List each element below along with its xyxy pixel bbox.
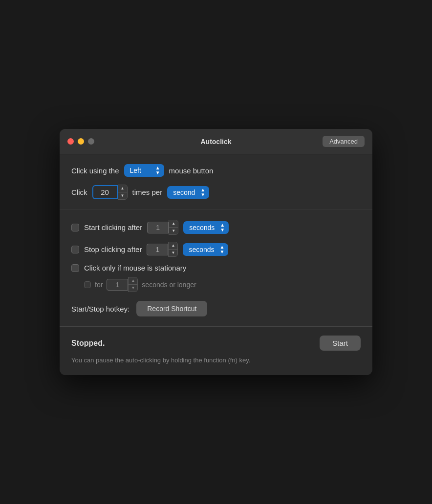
close-button[interactable]	[67, 138, 74, 145]
bottom-section: Stopped. Start You can pause the auto-cl…	[60, 326, 372, 375]
click-rate-row: Click ▲ ▼ times per second minute ▲▼	[71, 185, 361, 200]
stop-delay-stepper: ▲ ▼	[168, 242, 178, 257]
mouse-button-select[interactable]: Left Right Middle	[124, 164, 164, 177]
stop-clicking-row: Stop clicking after ▲ ▼ seconds minutes …	[71, 242, 361, 257]
stop-unit-container: seconds minutes ▲▼	[183, 243, 228, 256]
times-per-label: times per	[132, 188, 163, 196]
main-window: Autoclick Advanced Click using the Left …	[60, 129, 372, 375]
stop-delay-group: ▲ ▼	[147, 242, 178, 257]
click-label: Click	[71, 188, 87, 196]
for-label: for	[95, 281, 103, 289]
click-using-label: Click using the	[71, 167, 119, 175]
window-title: Autoclick	[200, 138, 231, 146]
start-clicking-row: Start clicking after ▲ ▼ seconds minutes…	[71, 220, 361, 235]
titlebar: Autoclick Advanced	[60, 129, 372, 154]
start-delay-stepper: ▲ ▼	[169, 220, 178, 235]
start-button[interactable]: Start	[320, 336, 361, 351]
start-delay-decrement[interactable]: ▼	[169, 228, 178, 234]
click-count-decrement[interactable]: ▼	[118, 192, 127, 199]
traffic-lights	[67, 138, 94, 145]
minimize-button[interactable]	[78, 138, 84, 145]
stationary-delay-decrement[interactable]: ▼	[129, 285, 137, 292]
stationary-delay-input[interactable]	[107, 279, 128, 291]
start-delay-increment[interactable]: ▲	[169, 220, 178, 227]
start-delay-input[interactable]	[147, 222, 169, 233]
stop-unit-select[interactable]: seconds minutes	[183, 243, 228, 256]
click-count-stepper: ▲ ▼	[118, 185, 128, 200]
frequency-select[interactable]: second minute	[167, 186, 209, 199]
stop-delay-increment[interactable]: ▲	[169, 242, 177, 249]
record-shortcut-button[interactable]: Record Shortcut	[136, 301, 207, 316]
hotkey-row: Start/Stop hotkey: Record Shortcut	[71, 301, 361, 316]
start-clicking-label: Start clicking after	[84, 223, 142, 231]
click-count-input[interactable]	[92, 185, 118, 199]
click-count-increment[interactable]: ▲	[118, 185, 127, 192]
zoom-button[interactable]	[88, 138, 94, 145]
stationary-checkbox[interactable]	[71, 264, 79, 272]
mouse-button-label: mouse button	[169, 167, 214, 175]
start-unit-select[interactable]: seconds minutes	[183, 221, 229, 234]
stationary-for-checkbox[interactable]	[84, 281, 91, 288]
stop-delay-input[interactable]	[147, 244, 168, 255]
stationary-label: Click only if mouse is stationary	[84, 264, 186, 272]
status-text: Stopped.	[71, 339, 105, 348]
stationary-delay-increment[interactable]: ▲	[129, 277, 137, 284]
stationary-row: Click only if mouse is stationary for ▲ …	[71, 264, 361, 292]
stationary-suffix: seconds or longer	[142, 281, 196, 289]
stop-delay-decrement[interactable]: ▼	[169, 250, 177, 256]
hint-text: You can pause the auto-clicking by holdi…	[71, 356, 361, 365]
stationary-delay-group: ▲ ▼	[107, 277, 138, 292]
start-unit-container: seconds minutes ▲▼	[183, 221, 229, 234]
start-delay-group: ▲ ▼	[147, 220, 178, 235]
status-row: Stopped. Start	[71, 336, 361, 351]
stop-clicking-label: Stop clicking after	[84, 245, 142, 253]
mouse-button-row: Click using the Left Right Middle ▲▼ mou…	[71, 164, 361, 177]
frequency-select-container: second minute ▲▼	[167, 186, 209, 199]
stop-clicking-checkbox[interactable]	[71, 246, 79, 253]
stationary-delay-stepper: ▲ ▼	[128, 277, 138, 292]
mouse-button-select-container: Left Right Middle ▲▼	[124, 164, 164, 177]
hotkey-label: Start/Stop hotkey:	[71, 305, 130, 313]
click-settings-section: Click using the Left Right Middle ▲▼ mou…	[60, 154, 372, 210]
advanced-button[interactable]: Advanced	[323, 136, 365, 147]
click-count-group: ▲ ▼	[92, 185, 128, 200]
start-clicking-checkbox[interactable]	[71, 224, 79, 231]
timing-section: Start clicking after ▲ ▼ seconds minutes…	[60, 210, 372, 326]
